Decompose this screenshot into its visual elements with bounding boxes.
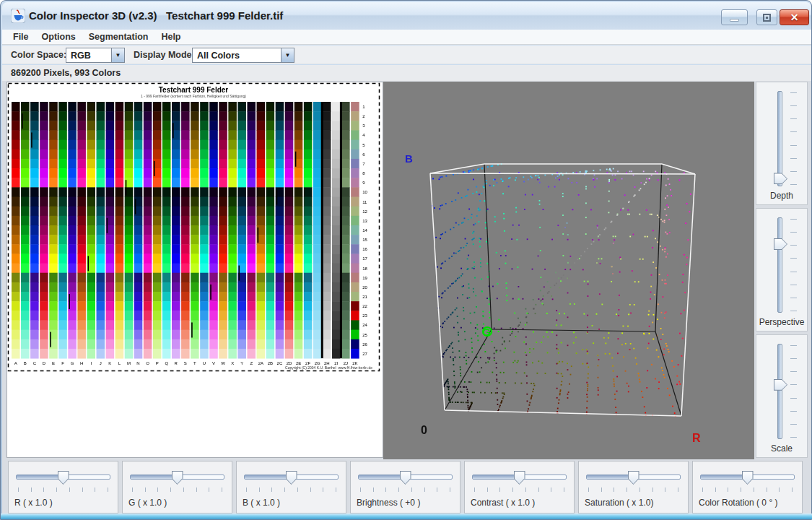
slider-track[interactable] [777, 344, 782, 439]
slider-track[interactable] [777, 91, 782, 186]
display-mode-value: All Colors [193, 48, 281, 62]
slider-track[interactable] [472, 474, 567, 480]
slider-ticks [790, 92, 797, 185]
saturation-slider-label: Saturation ( x 1.0) [585, 498, 653, 508]
scale-label: Scale [756, 443, 807, 454]
slider-fill [701, 475, 748, 479]
status-bar: 869200 Pixels, 993 Colors [2, 65, 811, 81]
color-space-label: Color Space: [11, 46, 66, 64]
slider-thumb[interactable] [774, 238, 787, 250]
saturation-slider: Saturation ( x 1.0) [578, 461, 689, 514]
main-content: Depth Perspective Scale R ( x 1.0 ) [2, 81, 811, 515]
slider-track-area[interactable] [756, 91, 807, 186]
perspective-label: Perspective [756, 317, 807, 327]
cube-3d-view[interactable] [383, 82, 754, 459]
slider-thumb[interactable] [628, 471, 639, 485]
slider-fill [473, 475, 520, 479]
r-slider: R ( x 1.0 ) [8, 461, 118, 514]
slider-track-area[interactable] [756, 344, 807, 439]
image-panel [6, 82, 383, 458]
testchart-image[interactable] [7, 82, 383, 457]
perspective-slider: Perspective [756, 208, 808, 332]
slider-ticks [702, 488, 793, 492]
title-bar[interactable]: Color Inspector 3D (v2.3) Testchart 999 … [2, 2, 811, 30]
slider-thumb[interactable] [172, 471, 183, 485]
scale-slider: Scale [756, 334, 808, 458]
slider-thumb[interactable] [58, 471, 69, 485]
tool-bar: Color Space: RGB ▼ Display Mode: All Col… [2, 46, 811, 64]
depth-label: Depth [756, 191, 807, 201]
slider-thumb[interactable] [286, 471, 297, 485]
slider-fill [131, 475, 178, 479]
slider-ticks [588, 488, 678, 492]
app-window: Color Inspector 3D (v2.3) Testchart 999 … [0, 0, 812, 520]
pixel-color-count: 869200 Pixels, 993 Colors [11, 68, 121, 78]
slider-ticks [360, 488, 450, 492]
slider-track[interactable] [244, 474, 339, 480]
close-button[interactable]: ✕ [780, 9, 809, 25]
slider-fill [17, 475, 64, 479]
menu-file[interactable]: File [6, 30, 35, 44]
brightness-slider: Brightness ( +0 ) [350, 461, 460, 514]
b-slider-label: B ( x 1.0 ) [243, 498, 280, 508]
menu-segmentation[interactable]: Segmentation [82, 30, 155, 44]
slider-ticks [474, 488, 564, 492]
color-space-value: RGB [66, 48, 111, 62]
slider-thumb[interactable] [400, 471, 411, 485]
slider-thumb[interactable] [742, 471, 754, 485]
slider-ticks [246, 488, 336, 492]
menu-options[interactable]: Options [35, 30, 82, 44]
slider-track[interactable] [358, 474, 453, 480]
brightness-slider-label: Brightness ( +0 ) [357, 498, 420, 508]
slider-track[interactable] [586, 474, 681, 480]
slider-thumb[interactable] [774, 173, 787, 184]
slider-fill [245, 475, 292, 479]
chevron-down-icon[interactable]: ▼ [281, 48, 294, 62]
slider-track[interactable] [777, 217, 782, 313]
slider-ticks [18, 488, 108, 492]
contrast-slider-label: Contrast ( x 1.0 ) [471, 498, 535, 508]
menu-bar: File Options Segmentation Help [2, 30, 811, 45]
color-rotation-slider: Color Rotation ( 0 ° ) [692, 461, 803, 514]
menu-help[interactable]: Help [154, 30, 187, 44]
minimize-button[interactable] [721, 9, 748, 25]
slider-thumb[interactable] [514, 471, 525, 485]
color-space-select[interactable]: RGB ▼ [66, 48, 125, 63]
close-icon: ✕ [790, 12, 799, 22]
g-slider: G ( x 1.0 ) [122, 461, 232, 514]
minimize-icon [730, 19, 739, 22]
slider-ticks [790, 219, 797, 311]
slider-ticks [132, 488, 222, 492]
g-slider-label: G ( x 1.0 ) [128, 498, 167, 508]
slider-track[interactable] [16, 474, 110, 480]
maximize-button[interactable] [756, 9, 777, 25]
window-bottom-border [1, 514, 812, 519]
slider-track-area[interactable] [756, 217, 807, 313]
window-title: Color Inspector 3D (v2.3) Testchart 999 … [29, 9, 283, 22]
color-rotation-slider-label: Color Rotation ( 0 ° ) [699, 498, 778, 508]
b-slider: B ( x 1.0 ) [236, 461, 346, 514]
display-mode-label: Display Mode: [134, 46, 195, 64]
maximize-icon [763, 14, 771, 22]
chevron-down-icon[interactable]: ▼ [111, 48, 124, 62]
slider-ticks [790, 345, 797, 438]
r-slider-label: R ( x 1.0 ) [14, 498, 53, 508]
slider-track[interactable] [130, 474, 224, 480]
java-app-icon [11, 9, 25, 23]
slider-track[interactable] [700, 474, 795, 480]
slider-fill [359, 475, 406, 479]
slider-thumb[interactable] [774, 379, 787, 391]
contrast-slider: Contrast ( x 1.0 ) [464, 461, 575, 514]
slider-fill [587, 475, 634, 479]
display-mode-select[interactable]: All Colors ▼ [192, 48, 294, 63]
depth-slider: Depth [756, 82, 808, 205]
